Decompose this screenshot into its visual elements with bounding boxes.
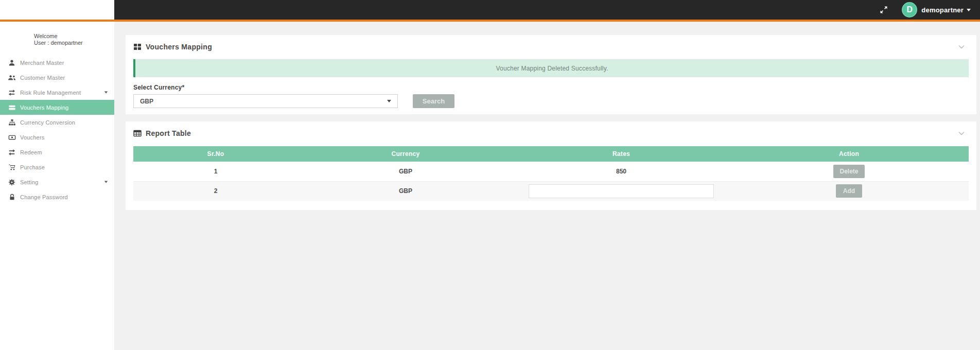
cell-currency: GBP — [298, 162, 513, 181]
chevron-down-icon[interactable] — [958, 45, 965, 49]
cell-srno: 2 — [133, 181, 298, 201]
sidebar-item-label: Purchase — [20, 164, 45, 170]
sidebar-item-label: Vouchers Mapping — [20, 104, 68, 111]
chevron-down-icon — [104, 92, 108, 94]
sidebar: Welcome User : demopartner Merchant Mast… — [0, 22, 114, 350]
table-row: 2 GBP Add — [133, 181, 969, 201]
main-content: Vouchers Mapping Voucher Mapping Deleted… — [114, 22, 980, 350]
success-alert: Voucher Mapping Deleted Successfully. — [133, 59, 969, 77]
sitemap-icon — [7, 119, 16, 126]
chevron-down-icon — [967, 9, 971, 11]
currency-select-value: GBP — [140, 98, 153, 105]
cell-currency: GBP — [298, 181, 513, 201]
sidebar-item-label: Merchant Master — [20, 60, 64, 66]
exchange-icon — [7, 149, 16, 156]
column-header-action: Action — [729, 146, 969, 162]
user-icon — [7, 59, 16, 66]
gear-icon — [7, 179, 16, 186]
sidebar-item-vouchers[interactable]: Vouchers — [0, 130, 114, 145]
table-icon — [133, 129, 142, 137]
cell-rates: 850 — [513, 162, 729, 181]
welcome-user: User : demopartner — [34, 40, 114, 46]
sidebar-item-risk-rule-management[interactable]: Risk Rule Management — [0, 85, 114, 100]
alert-message: Voucher Mapping Deleted Successfully. — [496, 65, 608, 72]
sidebar-item-purchase[interactable]: Purchase — [0, 160, 114, 174]
users-icon — [7, 74, 16, 81]
expand-arrows-icon[interactable] — [878, 4, 889, 15]
chevron-down-icon[interactable] — [958, 131, 965, 135]
welcome-block: Welcome User : demopartner — [34, 33, 114, 46]
cell-action: Delete — [729, 162, 969, 181]
topbar: D demopartner — [114, 0, 980, 20]
sidebar-item-label: Redeem — [20, 149, 42, 155]
user-menu[interactable]: D demopartner — [902, 2, 971, 18]
vouchers-mapping-panel: Vouchers Mapping Voucher Mapping Deleted… — [126, 35, 976, 114]
table-row: 1 GBP 850 Delete — [133, 162, 969, 181]
topbar-logo-area — [0, 0, 114, 20]
rate-input[interactable] — [529, 184, 714, 198]
cell-rates — [513, 181, 729, 201]
report-table: Sr.No Currency Rates Action 1 GBP 850 De… — [133, 146, 969, 201]
panel-title: Vouchers Mapping — [146, 43, 212, 51]
currency-select-label: Select Currency* — [133, 84, 969, 91]
sidebar-item-vouchers-mapping[interactable]: Vouchers Mapping — [0, 100, 114, 115]
delete-button[interactable]: Delete — [833, 165, 864, 178]
sidebar-item-setting[interactable]: Setting — [0, 174, 114, 189]
report-table-panel: Report Table Sr.No Currency Rates Action — [126, 121, 976, 210]
table-header-row: Sr.No Currency Rates Action — [133, 146, 969, 162]
sidebar-item-currency-conversion[interactable]: Currency Conversion — [0, 115, 114, 130]
panel-header: Vouchers Mapping — [133, 41, 969, 52]
sidebar-item-label: Change Password — [20, 194, 68, 200]
currency-select[interactable]: GBP — [133, 94, 398, 108]
sidebar-item-merchant-master[interactable]: Merchant Master — [0, 55, 114, 70]
credit-card-icon — [7, 104, 16, 111]
sidebar-item-label: Risk Rule Management — [20, 90, 81, 96]
money-bill-icon — [7, 134, 16, 141]
avatar: D — [902, 2, 917, 18]
panel-title: Report Table — [146, 129, 191, 137]
sidebar-item-change-password[interactable]: Change Password — [0, 189, 114, 204]
chevron-down-icon — [104, 181, 108, 183]
add-button[interactable]: Add — [836, 184, 862, 198]
welcome-text: Welcome — [34, 33, 114, 40]
column-header-srno: Sr.No — [133, 146, 298, 162]
sidebar-item-label: Setting — [20, 179, 39, 185]
search-button[interactable]: Search — [413, 94, 454, 108]
column-header-currency: Currency — [298, 146, 513, 162]
sidebar-item-label: Customer Master — [20, 75, 65, 81]
sidebar-item-redeem[interactable]: Redeem — [0, 145, 114, 160]
sidebar-item-label: Currency Conversion — [20, 119, 75, 126]
cell-srno: 1 — [133, 162, 298, 181]
sidebar-item-label: Vouchers — [20, 134, 44, 141]
username-label: demopartner — [921, 6, 964, 14]
lock-icon — [7, 194, 16, 201]
panel-header: Report Table — [133, 128, 969, 139]
currency-form-row: GBP Search — [133, 94, 969, 108]
chevron-down-icon — [387, 100, 391, 102]
column-header-rates: Rates — [513, 146, 729, 162]
grid-icon — [133, 43, 142, 51]
sidebar-item-customer-master[interactable]: Customer Master — [0, 70, 114, 85]
cart-icon — [7, 164, 16, 171]
sidebar-nav: Merchant Master Customer Master Risk Rul… — [0, 55, 114, 204]
cell-action: Add — [729, 181, 969, 201]
exchange-icon — [7, 89, 16, 96]
